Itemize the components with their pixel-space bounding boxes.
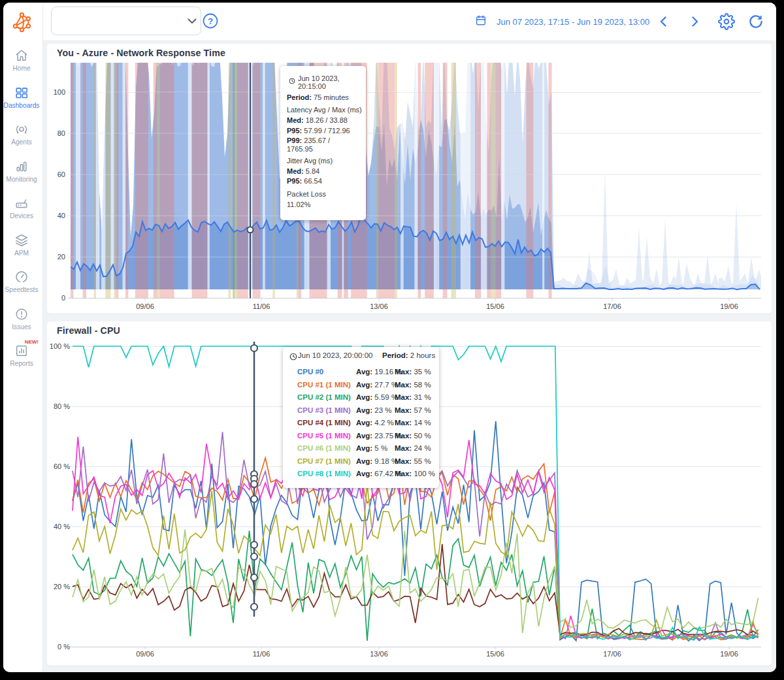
- svg-text:19/06: 19/06: [720, 650, 738, 658]
- svg-text:09/06: 09/06: [136, 302, 154, 310]
- svg-text:60: 60: [57, 170, 65, 178]
- svg-text:13/06: 13/06: [370, 302, 388, 310]
- svg-text:80 %: 80 %: [54, 402, 70, 410]
- svg-text:09/06: 09/06: [136, 650, 154, 658]
- svg-text:17/06: 17/06: [603, 302, 621, 310]
- svg-text:40: 40: [57, 212, 65, 219]
- svg-text:20: 20: [57, 253, 65, 261]
- svg-text:100 %: 100 %: [50, 342, 70, 350]
- svg-text:13/06: 13/06: [370, 650, 388, 658]
- svg-text:15/06: 15/06: [486, 650, 504, 658]
- svg-text:0 %: 0 %: [57, 643, 70, 651]
- svg-text:?: ?: [208, 16, 213, 26]
- svg-text:80: 80: [57, 129, 65, 137]
- svg-text:20 %: 20 %: [54, 583, 70, 591]
- svg-text:15/06: 15/06: [486, 302, 504, 310]
- svg-text:17/06: 17/06: [603, 650, 621, 658]
- svg-text:11/06: 11/06: [253, 302, 270, 310]
- svg-text:11/06: 11/06: [253, 650, 270, 658]
- svg-text:100: 100: [54, 88, 65, 96]
- svg-text:19/06: 19/06: [720, 302, 738, 310]
- svg-text:0: 0: [61, 294, 65, 302]
- svg-text:40 %: 40 %: [54, 523, 70, 530]
- svg-text:60 %: 60 %: [54, 462, 70, 470]
